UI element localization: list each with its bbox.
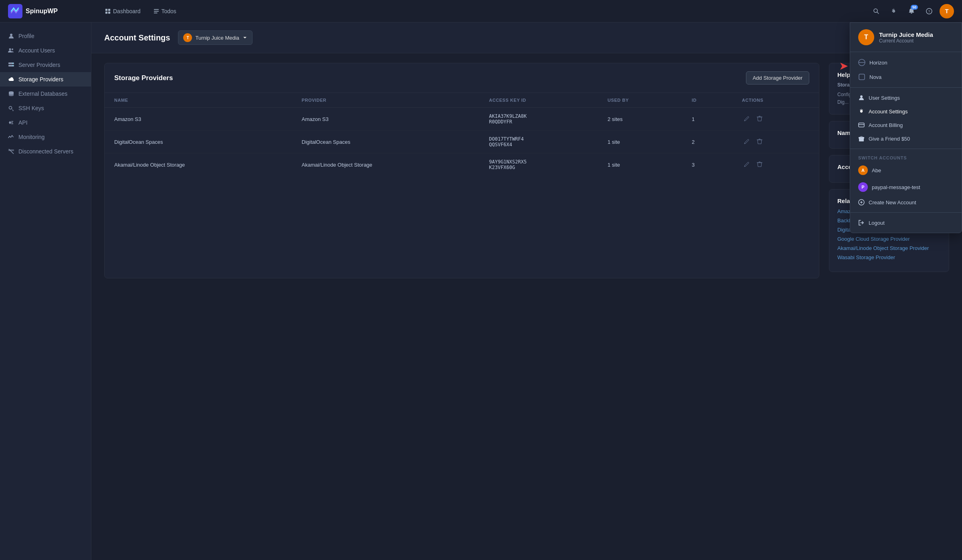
related-doc-link[interactable]: Google Cloud Storage Provider <box>837 236 941 242</box>
row-name: DigitalOcean Spaces <box>105 131 292 153</box>
related-doc-link[interactable]: Akamai/Linode Object Storage Provider <box>837 245 941 251</box>
account-selector[interactable]: T Turnip Juice Media <box>178 30 252 45</box>
notifications-button[interactable]: 50 <box>904 4 919 18</box>
dropdown-menu-section: User Settings Account Settings Account B… <box>850 88 962 149</box>
arrow-indicator: ➤ <box>839 59 848 73</box>
top-navigation: SpinupWP Dashboard Todos 50 ? T <box>0 0 962 22</box>
storage-providers-title: Storage Providers <box>114 74 173 82</box>
switch-account-paypal[interactable]: P paypal-message-test <box>850 179 962 195</box>
nova-icon <box>858 73 865 81</box>
dropdown-avatar: T <box>858 29 874 45</box>
row-actions <box>732 131 819 153</box>
svg-point-20 <box>9 107 12 109</box>
main-content: Account Settings T Turnip Juice Media St… <box>91 22 962 560</box>
col-id: ID <box>682 93 732 108</box>
user-avatar-button[interactable]: T <box>940 4 954 18</box>
account-dropdown: T Turnip Juice Media Current Account Hor… <box>850 22 962 233</box>
trash-icon <box>756 138 763 145</box>
dropdown-item-nova[interactable]: Nova <box>850 70 962 84</box>
logout-item[interactable]: Logout <box>850 216 962 230</box>
nav-actions: 50 ? T <box>869 4 954 18</box>
logout-icon <box>858 220 865 226</box>
plus-circle-icon <box>858 199 865 205</box>
edit-button[interactable] <box>742 137 752 147</box>
app-layout: Profile Account Users Server Providers S… <box>0 0 962 560</box>
switch-account-abe[interactable]: A Abe <box>850 162 962 179</box>
svg-rect-2 <box>108 8 110 10</box>
svg-rect-3 <box>105 11 107 13</box>
sidebar-item-storage-providers[interactable]: Storage Providers <box>0 72 91 87</box>
delete-button[interactable] <box>755 137 764 147</box>
row-used-by: 1 site <box>598 131 682 153</box>
svg-rect-5 <box>154 9 158 10</box>
edit-button[interactable] <box>742 159 752 170</box>
sidebar-item-api[interactable]: API <box>0 115 91 130</box>
trash-icon <box>756 161 763 167</box>
delete-button[interactable] <box>755 159 764 170</box>
help-icon: ? <box>926 8 932 14</box>
add-storage-provider-button[interactable]: Add Storage Provider <box>746 71 809 85</box>
switch-accounts-section: SWITCH ACCOUNTS A Abe P paypal-message-t… <box>850 149 962 213</box>
sidebar-item-ssh-keys[interactable]: SSH Keys <box>0 101 91 115</box>
edit-button[interactable] <box>742 114 752 125</box>
sidebar-item-external-databases[interactable]: External Databases <box>0 87 91 101</box>
sidebar-item-disconnected-servers[interactable]: Disconnected Servers <box>0 144 91 159</box>
related-doc-link[interactable]: Wasabi Storage Provider <box>837 254 941 260</box>
spinupwp-logo-icon <box>8 4 22 18</box>
settings-button[interactable] <box>887 4 901 18</box>
api-icon <box>8 119 14 126</box>
gear-icon <box>891 8 897 14</box>
dropdown-header: T Turnip Juice Media Current Account <box>850 23 962 52</box>
database-icon <box>8 91 14 97</box>
svg-point-18 <box>12 65 13 66</box>
dropdown-account-settings[interactable]: Account Settings <box>850 105 962 118</box>
svg-rect-22 <box>8 149 14 151</box>
row-access-key: AKIA37K9LZA8KR0QDDYFR <box>479 108 598 131</box>
row-access-key: 9AY9G1NXS2RX5K23VFX60G <box>479 153 598 176</box>
col-name: NAME <box>105 93 292 108</box>
nav-links: Dashboard Todos <box>99 5 869 18</box>
sidebar-item-profile[interactable]: Profile <box>0 29 91 43</box>
switch-accounts-label: SWITCH ACCOUNTS <box>850 152 962 162</box>
col-provider: PROVIDER <box>292 93 480 108</box>
row-access-key: DO017TYTWRF4QQSVF6X4 <box>479 131 598 153</box>
billing-icon <box>858 122 865 128</box>
sidebar-item-account-users[interactable]: Account Users <box>0 43 91 58</box>
row-id: 2 <box>682 131 732 153</box>
create-new-account[interactable]: Create New Account <box>850 195 962 209</box>
table-row: Akamai/Linode Object Storage Akamai/Lino… <box>105 153 819 176</box>
card-header: Storage Providers Add Storage Provider <box>105 63 819 93</box>
delete-button[interactable] <box>755 114 764 125</box>
users-icon <box>8 47 14 54</box>
sidebar-item-server-providers[interactable]: Server Providers <box>0 58 91 72</box>
chevron-down-icon <box>243 35 247 40</box>
page-header: Account Settings T Turnip Juice Media <box>91 22 962 53</box>
dropdown-user-settings[interactable]: User Settings <box>850 91 962 105</box>
edit-icon <box>744 138 750 145</box>
gift-icon <box>858 135 865 142</box>
svg-point-25 <box>860 95 863 98</box>
row-name: Amazon S3 <box>105 108 292 131</box>
svg-rect-4 <box>108 11 110 13</box>
row-provider: Akamai/Linode Object Storage <box>292 153 480 176</box>
col-used-by: USED BY <box>598 93 682 108</box>
svg-rect-6 <box>154 11 158 12</box>
dropdown-accounts-section: Horizon Nova <box>850 52 962 88</box>
account-settings-icon <box>858 108 865 115</box>
row-name: Akamai/Linode Object Storage <box>105 153 292 176</box>
paypal-avatar: P <box>858 182 868 192</box>
nav-todos[interactable]: Todos <box>148 5 182 18</box>
storage-providers-card: Storage Providers Add Storage Provider N… <box>104 63 819 278</box>
svg-point-13 <box>9 48 11 50</box>
dropdown-account-billing[interactable]: Account Billing <box>850 118 962 132</box>
svg-rect-27 <box>859 123 864 127</box>
logout-section: Logout <box>850 213 962 233</box>
help-button[interactable]: ? <box>922 4 936 18</box>
dropdown-account-sub: Current Account <box>879 38 933 44</box>
sidebar-item-monitoring[interactable]: Monitoring <box>0 130 91 144</box>
dropdown-give-friend[interactable]: Give a Friend $50 <box>850 132 962 145</box>
dropdown-item-horizon[interactable]: Horizon <box>850 55 962 70</box>
nav-dashboard[interactable]: Dashboard <box>99 5 146 18</box>
search-button[interactable] <box>869 4 883 18</box>
sidebar: Profile Account Users Server Providers S… <box>0 22 91 560</box>
